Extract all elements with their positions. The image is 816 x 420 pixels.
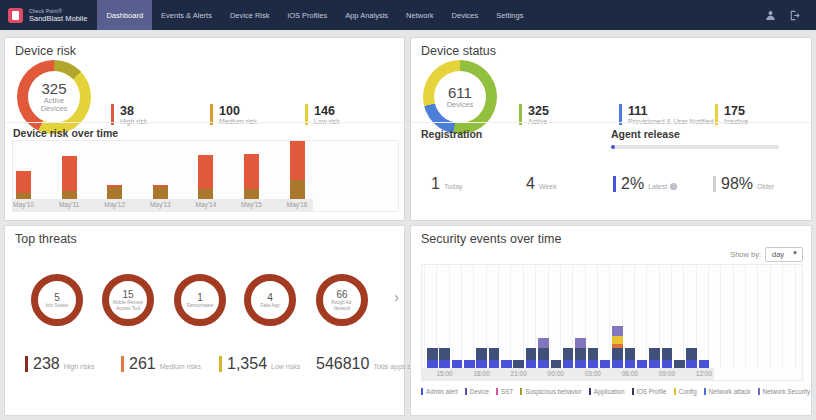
threat-count: 66	[336, 289, 347, 300]
device-status-title: Device status	[421, 44, 496, 58]
segment-events-navy	[649, 348, 660, 360]
legend-item-config[interactable]: Config	[674, 388, 697, 395]
legend-item-suspicious-behavior[interactable]: Suspicious behavior	[520, 388, 581, 395]
x-tick: May'16	[287, 201, 308, 208]
legend-item-admin-alert[interactable]: Admin alert	[421, 388, 458, 395]
x-tick: May'13	[150, 201, 171, 208]
threat-count: 1	[197, 292, 203, 303]
stat-value: 546810	[316, 356, 369, 372]
nav-item-app-analysis[interactable]: App Analysis	[336, 0, 397, 30]
threat-ring-mobile-remote-access-tool[interactable]: 15Mobile Remote Access Tool	[102, 274, 154, 326]
divider	[411, 122, 811, 123]
event-bar-05-00	[612, 326, 623, 368]
stat-label: High risks	[64, 363, 95, 370]
event-bar-15-00	[439, 348, 450, 368]
segment-events-purple	[538, 338, 549, 348]
segment-medium-risk	[244, 189, 259, 199]
event-bar-16-00	[452, 360, 463, 368]
show-by-control: Show by: day ▼	[730, 247, 803, 262]
threat-ring-rough-ad-network[interactable]: 66Rough Ad-Network	[316, 274, 368, 326]
checkpoint-logo-icon	[8, 8, 23, 23]
segment-events-navy	[612, 348, 623, 360]
threat-ring-fake-app[interactable]: 4Fake App	[244, 274, 296, 326]
event-bar-19-00	[489, 348, 500, 368]
stat-latest: 2%Latesti	[613, 176, 677, 192]
agent-release-title: Agent release	[611, 128, 680, 140]
brand-logo: Check Point® SandBlast Mobile	[0, 0, 97, 30]
legend-item-network-security[interactable]: Network Security	[758, 388, 811, 395]
legend-item-network-attack[interactable]: Network attack	[704, 388, 751, 395]
event-bar-09-00	[662, 348, 673, 368]
legend-item-application[interactable]: Application	[589, 388, 625, 395]
nav-item-devices[interactable]: Devices	[443, 0, 488, 30]
registration-title: Registration	[421, 128, 482, 140]
segment-events-blue	[563, 360, 574, 368]
device-risk-bars	[13, 141, 398, 199]
info-icon[interactable]: i	[670, 183, 677, 190]
stat-value: 325	[528, 104, 549, 118]
segment-events-navy	[513, 360, 524, 368]
segment-events-blue	[526, 360, 537, 368]
user-icon[interactable]	[765, 10, 776, 21]
risk-bar-may-14	[198, 155, 213, 199]
nav-item-network[interactable]: Network	[397, 0, 443, 30]
show-by-select[interactable]: day ▼	[765, 247, 803, 262]
segment-medium-risk	[198, 189, 213, 199]
stat-label: Medium risks	[160, 363, 201, 370]
x-tick: 09:00	[659, 370, 675, 377]
segment-events-navy	[551, 360, 562, 368]
segment-events-blue	[699, 360, 710, 368]
logout-icon[interactable]	[789, 10, 800, 21]
top-navbar: Check Point® SandBlast Mobile DashboardE…	[0, 0, 816, 30]
security-events-title: Security events over time	[421, 232, 561, 246]
event-bar-10-00	[674, 360, 685, 368]
event-bar-21-00	[513, 360, 524, 368]
segment-events-blue	[452, 360, 463, 368]
threat-count: 5	[54, 292, 60, 303]
legend-item-sst[interactable]: SST	[496, 388, 513, 395]
segment-events-navy	[526, 348, 537, 360]
top-threats-title: Top threats	[15, 232, 77, 246]
x-tick: 06:00	[622, 370, 638, 377]
stat-value: 1	[431, 176, 440, 192]
nav-item-dashboard[interactable]: Dashboard	[97, 0, 152, 30]
risk-bar-may-13	[153, 185, 168, 199]
x-tick: 15:00	[436, 370, 452, 377]
stat-value: 38	[120, 104, 147, 118]
segment-events-blue	[649, 360, 660, 368]
security-events-x-axis: 15:0018:0021:0000:0003:0006:0009:0012:00	[422, 368, 714, 380]
device-risk-donut-label: Active Devices	[34, 97, 74, 114]
brand-text: Check Point® SandBlast Mobile	[29, 8, 87, 23]
stat-older: 98%Older	[713, 176, 774, 192]
device-risk-panel: Device risk 325 Active Devices 38High ri…	[4, 37, 405, 221]
chevron-down-icon: ▼	[792, 250, 798, 256]
threat-ring-ransomware[interactable]: 1Ransomware	[174, 274, 226, 326]
segment-events-blue	[538, 360, 549, 368]
stat-today: 1Today	[426, 176, 463, 192]
segment-events-blue	[575, 360, 586, 368]
nav-item-settings[interactable]: Settings	[487, 0, 532, 30]
security-events-bars	[422, 265, 802, 368]
device-risk-donut-value: 325	[41, 81, 66, 97]
segment-events-blue	[464, 360, 475, 368]
threat-ring-info-stealer[interactable]: 5Info Stealer	[31, 274, 83, 326]
more-threats-arrow[interactable]: ›	[394, 288, 399, 305]
device-status-donut-value: 611	[448, 85, 472, 101]
legend-item-ios-profile[interactable]: iOS Profile	[632, 388, 667, 395]
nav-item-events-alerts[interactable]: Events & Alerts	[152, 0, 221, 30]
nav-item-device-risk[interactable]: Device Risk	[221, 0, 279, 30]
legend-label: iOS Profile	[637, 388, 667, 395]
nav-item-ios-profiles[interactable]: iOS Profiles	[279, 0, 337, 30]
threat-label: Fake App	[253, 303, 287, 308]
stat-high-risks: 238High risks	[25, 356, 94, 372]
device-status-donut-label: Devices	[440, 101, 480, 109]
nav-right-icons	[765, 0, 816, 30]
stat-value: 175	[724, 104, 748, 118]
event-bar-02-00	[575, 338, 586, 368]
legend-marker	[421, 388, 423, 395]
stat-label: Older	[757, 183, 774, 190]
device-risk-x-axis: May'10May'11May'12May'13May'14May'15May'…	[13, 199, 313, 211]
legend-marker	[589, 388, 591, 395]
legend-item-device[interactable]: Device	[465, 388, 489, 395]
x-tick: May'14	[196, 201, 217, 208]
